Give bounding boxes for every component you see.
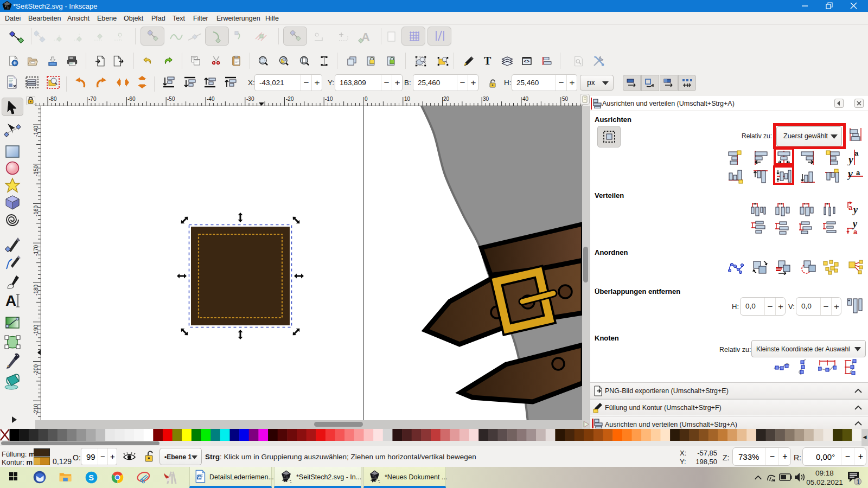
svg-text:-20: -20 bbox=[286, 96, 294, 102]
svg-text:a: a bbox=[854, 149, 859, 157]
svg-text:-210: -210 bbox=[33, 404, 39, 415]
svg-text:20: 20 bbox=[443, 96, 450, 102]
svg-text:-70: -70 bbox=[88, 96, 97, 102]
svg-text:A: A bbox=[361, 30, 370, 44]
svg-text:y: y bbox=[847, 153, 853, 165]
svg-text:40: 40 bbox=[522, 96, 529, 102]
svg-text:-50: -50 bbox=[167, 96, 175, 102]
svg-text:-170: -170 bbox=[33, 245, 39, 256]
svg-text:A: A bbox=[5, 292, 16, 309]
svg-text:-190: -190 bbox=[33, 325, 39, 336]
svg-text:-30: -30 bbox=[246, 96, 254, 102]
svg-text:y: y bbox=[852, 204, 858, 215]
svg-text:a: a bbox=[853, 228, 858, 236]
svg-text:-80: -80 bbox=[49, 96, 57, 102]
svg-text:y: y bbox=[847, 168, 853, 180]
svg-text:S: S bbox=[88, 473, 94, 482]
svg-text:50: 50 bbox=[562, 96, 569, 102]
svg-text:-140: -140 bbox=[33, 126, 39, 137]
svg-text:-180: -180 bbox=[33, 285, 39, 296]
svg-text:-200: -200 bbox=[33, 364, 39, 375]
svg-text:0: 0 bbox=[365, 96, 368, 102]
svg-text:1: 1 bbox=[857, 478, 860, 486]
svg-text:-40: -40 bbox=[207, 96, 215, 102]
svg-text:a: a bbox=[848, 203, 853, 211]
svg-text:-10: -10 bbox=[325, 96, 333, 102]
svg-text:-150: -150 bbox=[33, 165, 39, 176]
svg-text:<>: <> bbox=[524, 59, 529, 65]
svg-text:T: T bbox=[484, 56, 492, 67]
svg-text:30: 30 bbox=[483, 96, 489, 102]
svg-text:a: a bbox=[856, 169, 860, 177]
svg-text:10: 10 bbox=[404, 96, 411, 102]
svg-text:-60: -60 bbox=[127, 96, 136, 102]
svg-text:-160: -160 bbox=[33, 206, 39, 216]
